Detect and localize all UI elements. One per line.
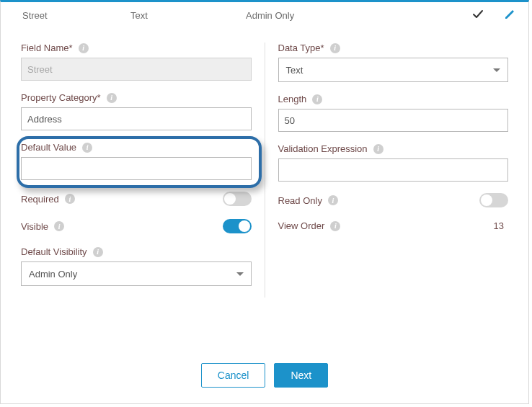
length-label: Length bbox=[278, 94, 307, 104]
validation-label: Validation Expression bbox=[278, 143, 368, 154]
edit-icon[interactable] bbox=[504, 9, 515, 22]
cancel-button[interactable]: Cancel bbox=[201, 363, 266, 388]
info-icon[interactable]: i bbox=[330, 221, 340, 231]
info-icon[interactable]: i bbox=[54, 221, 64, 231]
property-category-group: Property Category* i bbox=[21, 92, 252, 130]
info-icon[interactable]: i bbox=[79, 43, 89, 53]
header-row: Street Text Admin Only bbox=[1, 2, 528, 28]
view-order-value: 13 bbox=[494, 220, 508, 231]
default-visibility-label: Default Visibility bbox=[21, 246, 87, 257]
default-value-group: Default Value i bbox=[21, 142, 252, 180]
check-icon bbox=[472, 9, 484, 22]
data-type-label: Data Type* bbox=[278, 43, 324, 53]
visible-row: Visible i bbox=[21, 219, 252, 233]
required-toggle[interactable] bbox=[223, 192, 252, 206]
info-icon[interactable]: i bbox=[328, 195, 338, 205]
next-button[interactable]: Next bbox=[274, 363, 328, 388]
info-icon[interactable]: i bbox=[107, 93, 117, 103]
header-col-fieldname: Street bbox=[22, 10, 130, 21]
readonly-label: Read Only bbox=[278, 195, 322, 206]
right-column: Data Type* i Text Length i Validation Ex… bbox=[265, 43, 522, 298]
validation-input[interactable] bbox=[278, 158, 509, 182]
readonly-row: Read Only i bbox=[278, 193, 509, 207]
visible-toggle[interactable] bbox=[223, 219, 252, 233]
view-order-label: View Order bbox=[278, 220, 325, 231]
info-icon[interactable]: i bbox=[65, 194, 75, 204]
info-icon[interactable]: i bbox=[312, 94, 322, 104]
field-name-group: Field Name* i bbox=[21, 43, 252, 81]
button-row: Cancel Next bbox=[1, 363, 528, 388]
validation-group: Validation Expression i bbox=[278, 143, 509, 182]
length-input[interactable] bbox=[278, 109, 509, 132]
info-icon[interactable]: i bbox=[330, 43, 340, 53]
readonly-toggle[interactable] bbox=[479, 193, 508, 207]
chevron-down-icon bbox=[236, 272, 244, 276]
info-icon[interactable]: i bbox=[373, 144, 384, 154]
property-category-input[interactable] bbox=[21, 107, 252, 130]
chevron-down-icon bbox=[493, 68, 500, 72]
property-category-label: Property Category* bbox=[21, 92, 101, 103]
info-icon[interactable]: i bbox=[93, 247, 103, 257]
default-value-label: Default Value bbox=[21, 142, 76, 153]
default-visibility-group: Default Visibility i Admin Only bbox=[21, 246, 252, 286]
view-order-row: View Order i 13 bbox=[278, 220, 509, 231]
default-visibility-select[interactable]: Admin Only bbox=[21, 261, 252, 286]
field-name-input bbox=[21, 58, 252, 81]
length-group: Length i bbox=[278, 94, 509, 132]
header-col-datatype: Text bbox=[130, 10, 246, 21]
required-row: Required i bbox=[21, 192, 252, 206]
default-value-input[interactable] bbox=[21, 157, 252, 180]
default-visibility-value: Admin Only bbox=[29, 269, 77, 279]
field-name-label: Field Name* bbox=[21, 43, 73, 53]
data-type-value: Text bbox=[286, 65, 303, 76]
info-icon[interactable]: i bbox=[82, 143, 92, 153]
data-type-group: Data Type* i Text bbox=[278, 43, 509, 82]
visible-label: Visible bbox=[21, 221, 48, 232]
data-type-select[interactable]: Text bbox=[278, 58, 509, 82]
form-body: Field Name* i Property Category* i Defau… bbox=[1, 28, 528, 305]
left-column: Field Name* i Property Category* i Defau… bbox=[8, 43, 265, 298]
header-col-visibility: Admin Only bbox=[246, 10, 354, 21]
required-label: Required bbox=[21, 194, 59, 205]
form-container: Street Text Admin Only Field Name* i bbox=[0, 0, 529, 404]
